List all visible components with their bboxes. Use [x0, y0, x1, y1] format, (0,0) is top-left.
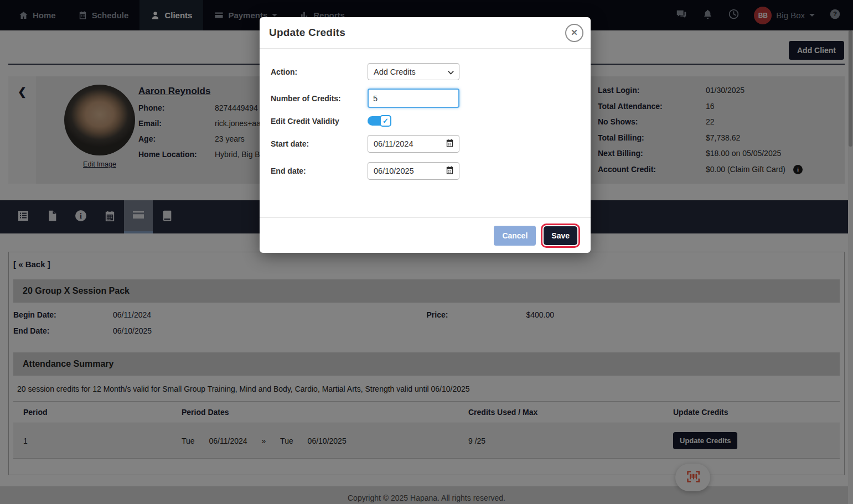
- modal-header: Update Credits ✕: [260, 17, 591, 49]
- start-date-input[interactable]: 06/11/2024: [368, 135, 459, 153]
- cancel-button[interactable]: Cancel: [494, 226, 536, 246]
- number-of-credits-input[interactable]: [368, 89, 459, 108]
- edit-credit-validity-row: Edit Credit Validity ✓: [271, 116, 591, 126]
- action-select[interactable]: Add Credits: [368, 63, 459, 80]
- save-button[interactable]: Save: [544, 226, 577, 245]
- action-label: Action:: [271, 67, 368, 76]
- close-icon[interactable]: ✕: [565, 24, 583, 42]
- calendar-icon: [445, 165, 454, 176]
- end-date-row-modal: End date: 06/10/2025: [271, 162, 591, 180]
- action-selected-value: Add Credits: [374, 67, 416, 76]
- modal-body: Action: Add Credits Number of Credits: E…: [260, 49, 591, 180]
- validity-label: Edit Credit Validity: [271, 117, 368, 126]
- calendar-icon: [445, 138, 454, 149]
- action-row: Action: Add Credits: [271, 63, 591, 80]
- modal-title: Update Credits: [269, 27, 345, 39]
- save-highlight-ring: Save: [541, 224, 580, 248]
- edit-validity-toggle[interactable]: ✓: [368, 116, 390, 126]
- start-date-row: Start date: 06/11/2024: [271, 135, 591, 153]
- start-date-value: 06/11/2024: [374, 139, 413, 148]
- modal-footer: Cancel Save: [260, 217, 591, 253]
- credits-label: Number of Credits:: [271, 94, 368, 103]
- number-of-credits-row: Number of Credits:: [271, 89, 591, 108]
- update-credits-modal: Update Credits ✕ Action: Add Credits Num…: [260, 17, 591, 253]
- end-date-label: End date:: [271, 167, 368, 175]
- toggle-knob-check-icon: ✓: [380, 115, 391, 127]
- end-date-value: 06/10/2025: [374, 167, 414, 175]
- start-date-label: Start date:: [271, 139, 368, 148]
- end-date-input[interactable]: 06/10/2025: [368, 162, 459, 180]
- chevron-down-icon: [448, 67, 454, 76]
